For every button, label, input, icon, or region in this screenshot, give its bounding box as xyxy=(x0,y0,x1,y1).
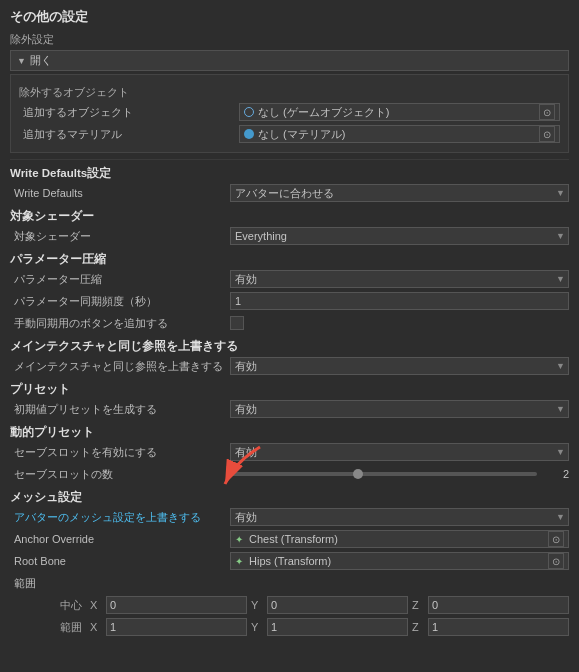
avatar-mesh-value: 有効 ▼ xyxy=(230,508,569,526)
exclude-object-label: 除外するオブジェクト xyxy=(19,85,560,100)
root-bone-transform-icon: ✦ xyxy=(235,556,243,567)
add-object-field[interactable]: なし (ゲームオブジェクト) ⊙ xyxy=(239,103,560,121)
add-object-label: 追加するオブジェクト xyxy=(19,105,239,120)
target-shader-value: Everything ▼ xyxy=(230,227,569,245)
preset-label: 初期値プリセットを生成する xyxy=(10,402,230,417)
root-bone-value: ✦ Hips (Transform) ⊙ xyxy=(230,552,569,570)
add-material-text: なし (マテリアル) xyxy=(258,127,345,142)
save-slot-count-label: セーブスロットの数 xyxy=(10,467,230,482)
add-material-value: なし (マテリアル) ⊙ xyxy=(239,125,560,143)
preset-title: プリセット xyxy=(10,382,569,397)
center-xyz-row: X Y Z xyxy=(90,596,569,614)
center-x-label: X xyxy=(90,599,104,611)
target-shader-label: 対象シェーダー xyxy=(10,229,230,244)
param-compression-title: パラメーター圧縮 xyxy=(10,252,569,267)
manual-sync-value xyxy=(230,316,569,330)
preset-select[interactable]: 有効 xyxy=(230,400,569,418)
range-z-field: Z xyxy=(412,618,569,636)
slider-container: 2 xyxy=(230,468,569,480)
manual-sync-label: 手動同期用のボタンを追加する xyxy=(10,316,230,331)
open-collapsible[interactable]: ▼ 開く xyxy=(10,50,569,71)
center-x-input[interactable] xyxy=(106,596,247,614)
write-defaults-row: Write Defaults アバターに合わせる ▼ xyxy=(10,183,569,203)
save-slot-select[interactable]: 有効 xyxy=(230,443,569,461)
param-compression-row: パラメーター圧縮 有効 ▼ xyxy=(10,269,569,289)
save-slot-value: 有効 ▼ xyxy=(230,443,569,461)
range-xyz-row-outer: 範囲 X Y Z xyxy=(10,617,569,637)
material-dot-icon xyxy=(244,129,254,139)
sync-freq-input[interactable] xyxy=(230,292,569,310)
save-slot-label: セーブスロットを有効にする xyxy=(10,445,230,460)
object-circle-icon xyxy=(244,107,254,117)
range-xyz-container: X Y Z xyxy=(90,618,569,636)
range-x-field: X xyxy=(90,618,247,636)
add-object-value: なし (ゲームオブジェクト) ⊙ xyxy=(239,103,560,121)
range-xyz-row: X Y Z xyxy=(90,618,569,636)
anchor-override-row: Anchor Override ✦ Chest (Transform) ⊙ xyxy=(10,529,569,549)
sync-freq-value xyxy=(230,292,569,310)
add-material-row: 追加するマテリアル なし (マテリアル) ⊙ xyxy=(19,124,560,144)
range-x-input[interactable] xyxy=(106,618,247,636)
center-z-input[interactable] xyxy=(428,596,569,614)
add-object-row: 追加するオブジェクト なし (ゲームオブジェクト) ⊙ xyxy=(19,102,560,122)
center-y-label: Y xyxy=(251,599,265,611)
anchor-override-field[interactable]: ✦ Chest (Transform) ⊙ xyxy=(230,530,569,548)
range-z-input[interactable] xyxy=(428,618,569,636)
range-y-input[interactable] xyxy=(267,618,408,636)
anchor-transform-icon: ✦ xyxy=(235,534,243,545)
main-texture-select[interactable]: 有効 xyxy=(230,357,569,375)
write-defaults-label: Write Defaults xyxy=(10,187,230,199)
avatar-mesh-select[interactable]: 有効 xyxy=(230,508,569,526)
manual-sync-row: 手動同期用のボタンを追加する xyxy=(10,313,569,333)
anchor-override-select-btn[interactable]: ⊙ xyxy=(548,531,564,547)
write-defaults-section-title: Write Defaults設定 xyxy=(10,166,569,181)
save-slot-slider[interactable] xyxy=(230,472,537,476)
target-shader-row: 対象シェーダー Everything ▼ xyxy=(10,226,569,246)
add-material-label: 追加するマテリアル xyxy=(19,127,239,142)
root-bone-text: Hips (Transform) xyxy=(249,555,331,567)
sync-freq-label: パラメーター同期頻度（秒） xyxy=(10,294,230,309)
write-defaults-value: アバターに合わせる ▼ xyxy=(230,184,569,202)
object-select-btn[interactable]: ⊙ xyxy=(539,104,555,120)
material-select-btn[interactable]: ⊙ xyxy=(539,126,555,142)
range-x-label: X xyxy=(90,621,104,633)
center-z-field: Z xyxy=(412,596,569,614)
triangle-icon: ▼ xyxy=(17,56,26,66)
save-slot-count-row: セーブスロットの数 2 xyxy=(10,464,569,484)
center-y-field: Y xyxy=(251,596,408,614)
range-y-label: Y xyxy=(251,621,265,633)
param-compression-select[interactable]: 有効 xyxy=(230,270,569,288)
range-section-label: 範囲 xyxy=(10,576,230,591)
open-label: 開く xyxy=(30,53,52,68)
save-slot-count-display: 2 xyxy=(541,468,569,480)
target-shader-section-title: 対象シェーダー xyxy=(10,209,569,224)
root-bone-row: Root Bone ✦ Hips (Transform) ⊙ xyxy=(10,551,569,571)
avatar-mesh-label: アバターのメッシュ設定を上書きする xyxy=(10,510,230,525)
main-panel: その他の設定 除外設定 ▼ 開く 除外するオブジェクト 追加するオブジェクト な… xyxy=(0,0,579,647)
main-texture-value: 有効 ▼ xyxy=(230,357,569,375)
target-shader-select[interactable]: Everything xyxy=(230,227,569,245)
center-z-label: Z xyxy=(412,599,426,611)
range-y-field: Y xyxy=(251,618,408,636)
anchor-override-label: Anchor Override xyxy=(10,533,230,545)
anchor-override-value: ✦ Chest (Transform) ⊙ xyxy=(230,530,569,548)
write-defaults-select[interactable]: アバターに合わせる xyxy=(230,184,569,202)
save-slot-count-value: 2 xyxy=(230,468,569,480)
center-row: 中心 X Y Z xyxy=(10,595,569,615)
center-x-field: X xyxy=(90,596,247,614)
root-bone-select-btn[interactable]: ⊙ xyxy=(548,553,564,569)
dynamic-preset-title: 動的プリセット xyxy=(10,425,569,440)
sync-freq-row: パラメーター同期頻度（秒） xyxy=(10,291,569,311)
add-object-text: なし (ゲームオブジェクト) xyxy=(258,105,389,120)
center-xyz-container: X Y Z xyxy=(90,596,569,614)
center-y-input[interactable] xyxy=(267,596,408,614)
add-material-field[interactable]: なし (マテリアル) ⊙ xyxy=(239,125,560,143)
range-label-row: 範囲 xyxy=(10,573,569,593)
main-texture-title: メインテクスチャと同じ参照を上書きする xyxy=(10,339,569,354)
center-label: 中心 xyxy=(10,598,90,613)
root-bone-field[interactable]: ✦ Hips (Transform) ⊙ xyxy=(230,552,569,570)
preset-value: 有効 ▼ xyxy=(230,400,569,418)
manual-sync-checkbox[interactable] xyxy=(230,316,244,330)
range-z-label: Z xyxy=(412,621,426,633)
manual-sync-checkbox-wrapper xyxy=(230,316,569,330)
